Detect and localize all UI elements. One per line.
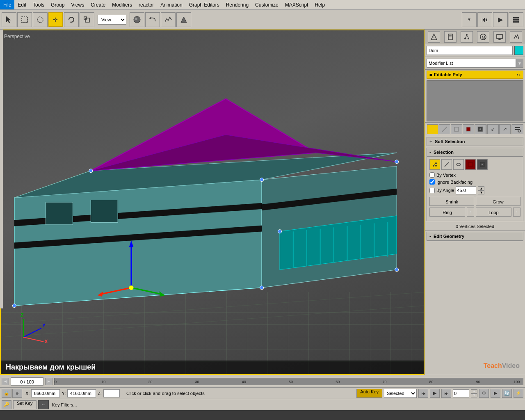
play-btn2[interactable]: ▶ [491,389,500,398]
next-keyframe-btn[interactable]: ⏭ [441,389,451,398]
lock-btn[interactable]: 🔒 [2,389,11,398]
ignore-backfacing-checkbox[interactable] [429,179,435,185]
menu-reactor[interactable]: reactor [135,0,157,9]
stack-down-btn[interactable]: ↙ [487,124,499,134]
timeline-prev-btn[interactable]: ◄ [2,378,9,385]
move-btn[interactable]: ✛ [48,12,63,27]
menu-views[interactable]: Views [68,0,87,9]
wavy-btn[interactable]: ~ [38,400,49,409]
element-btn[interactable] [475,124,486,134]
by-angle-input[interactable] [456,186,476,194]
border-btn[interactable] [451,124,462,134]
editable-poly-entry[interactable]: ■ Editable Poly • › [427,71,523,79]
svg-rect-5 [85,18,89,22]
element-sel-btn[interactable] [477,159,488,170]
svg-line-64 [467,36,468,38]
undo-btn[interactable] [145,12,160,27]
soft-selection-panel[interactable]: + Soft Selection [427,137,523,146]
rp-hierarchy-btn[interactable] [461,31,473,43]
key-icon: 🔑 [2,400,11,409]
named-sel-dropdown[interactable]: ▼ [462,12,477,27]
by-vertex-checkbox[interactable] [429,172,435,178]
select-tool-btn[interactable] [2,12,16,27]
ring-spin-btn[interactable]: ↕ [467,208,474,217]
object-name-input[interactable] [427,46,513,55]
frame-spin-up[interactable]: ▲ [471,389,477,393]
edge-sel-btn[interactable] [441,159,452,170]
curve-editor-btn[interactable] [161,12,176,27]
timeline-bar[interactable]: 0 10 20 30 40 50 60 70 80 90 100 [54,378,523,385]
y-input[interactable] [67,389,96,397]
viewport-canvas[interactable]: Y Z X [1,30,424,374]
modifier-stack[interactable] [427,80,523,121]
view-select[interactable]: View Screen World [98,15,126,25]
menu-maxscript[interactable]: MAXScript [282,0,312,9]
snap-btn[interactable]: ⊕ [12,389,22,398]
setkey-btn[interactable]: Set Key [13,400,37,409]
viewport[interactable]: Perspective [0,30,425,375]
menu-customize[interactable]: Customize [252,0,282,9]
frame-spin-down[interactable]: ▼ [471,393,477,397]
menu-modifiers[interactable]: Modifiers [109,0,135,9]
by-vertex-row: By Vertex [429,172,520,178]
layer-btn[interactable] [509,12,523,27]
menu-group[interactable]: Group [48,0,68,9]
menu-help[interactable]: Help [311,0,328,9]
loop-spin-btn[interactable]: ↕ [513,208,520,217]
grow-btn[interactable]: Grow [476,197,520,206]
selection-header[interactable]: - Selection [427,148,523,157]
menu-edit[interactable]: Edit [14,0,30,9]
edge-btn[interactable] [439,124,450,134]
ring-btn[interactable]: Ring [429,208,465,217]
menu-file[interactable]: File [0,0,14,9]
z-input[interactable] [103,389,120,397]
playback-btn4[interactable]: ⚡ [514,389,523,398]
material-editor-btn[interactable] [130,12,144,27]
menu-animation[interactable]: Animation [157,0,185,9]
menu-graph-editors[interactable]: Graph Editors [186,0,223,9]
rp-display-btn[interactable] [493,31,506,43]
selection-collapse: - [429,149,431,155]
playback-btn3[interactable]: 🔄 [502,389,512,398]
circle-select-btn[interactable] [33,12,48,27]
stack-up-btn[interactable]: ↗ [499,124,511,134]
rp-utilities-btn[interactable] [510,31,522,43]
play-anim-btn[interactable]: ▶ [430,389,440,398]
border-sel-btn[interactable] [453,159,464,170]
angle-spin-down[interactable]: ▼ [478,190,484,194]
render-btn[interactable] [176,12,191,27]
prev-frame-btn[interactable]: ⏮ [477,12,492,27]
x-input[interactable] [31,389,60,397]
timeline-next-btn[interactable]: ► [45,378,52,385]
shrink-btn[interactable]: Shrink [429,197,474,206]
menu-rendering[interactable]: Rendering [223,0,252,9]
configure-btn[interactable] [512,124,523,134]
sel-type-select[interactable]: Selected All None [384,389,417,398]
modifier-list-input[interactable] [427,59,516,68]
region-select-btn[interactable] [17,12,32,27]
playback-settings-btn[interactable]: ⚙ [479,389,489,398]
prev-keyframe-btn[interactable]: ⏮ [418,389,428,398]
rp-motion-btn[interactable]: M [477,31,489,43]
by-angle-checkbox[interactable] [429,188,435,193]
angle-spin-up[interactable]: ▲ [478,186,484,190]
loop-btn[interactable]: Loop [476,208,511,217]
rp-create-btn[interactable] [428,31,440,43]
edit-geometry-collapse: - [429,233,431,239]
vertex-btn[interactable] [427,124,438,134]
polygon-btn[interactable] [463,124,474,134]
object-color-swatch[interactable] [514,46,523,55]
timeline-counter[interactable]: 0 / 100 [11,377,43,386]
frame-input[interactable] [453,389,469,397]
autokey-btn[interactable]: Auto Key [356,389,382,398]
play-btn[interactable]: ▶ [493,12,508,27]
modifier-list-dropdown[interactable]: ▼ [516,59,523,68]
vertex-sel-btn[interactable] [429,159,440,170]
polygon-sel-btn[interactable] [465,159,476,170]
rotate-btn[interactable] [64,12,79,27]
menu-create[interactable]: Create [87,0,109,9]
edit-geometry-header[interactable]: - Edit Geometry [427,232,523,241]
rp-modify-btn[interactable] [444,31,457,43]
scale-btn[interactable] [80,12,94,27]
menu-tools[interactable]: Tools [30,0,48,9]
